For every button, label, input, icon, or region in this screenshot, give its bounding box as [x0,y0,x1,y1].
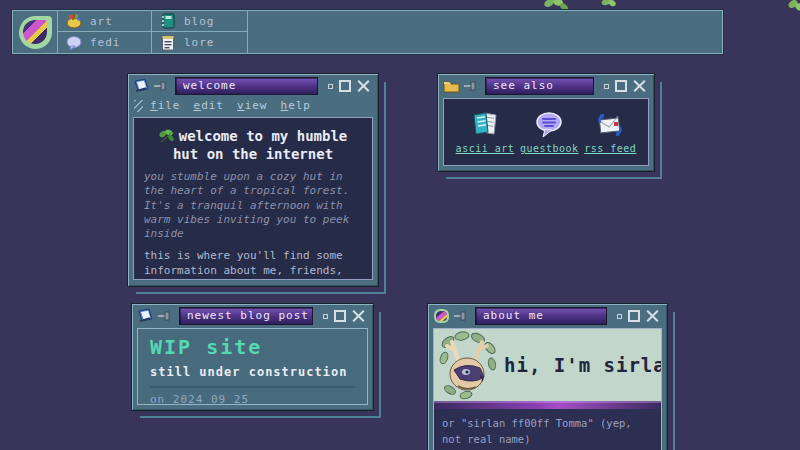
nav-item-blog[interactable]: blog [152,11,248,32]
window-controls [614,310,662,323]
window-see-also: see also ascii art guestboo [437,73,655,172]
blog-post-subtitle: still under construction [150,365,355,379]
titlebar[interactable]: see also [438,74,654,98]
menu-file[interactable]: file [150,99,181,112]
about-banner: hi, I'm sirlan [434,329,661,401]
gradient-divider [434,401,661,409]
minimize-button[interactable] [617,314,622,319]
link-rss-feed[interactable]: rss feed [584,110,636,154]
site-logo[interactable] [13,11,58,53]
link-ascii-art[interactable]: ascii art [456,110,515,154]
maximize-button[interactable] [628,310,640,322]
shortcut-label: guestbook [520,143,579,154]
nav-item-fedi[interactable]: fedi [58,32,152,53]
shortcut-label: ascii art [456,143,515,154]
nav-item-lore[interactable]: lore [152,32,248,53]
about-line-1: or "sirlan ff00ff Tomma" (yep, not real … [442,416,653,448]
folder-icon [443,78,460,94]
nav-item-art[interactable]: art [58,11,152,32]
notebook-icon [160,13,176,29]
pin-icon [158,311,172,321]
blog-post-title[interactable]: WIP site [150,335,355,359]
blog-post-date: on 2024 09 25 [150,393,355,405]
window-welcome: welcome file edit view help welcome to m… [127,73,379,287]
welcome-content: welcome to my humble hut on the internet… [133,117,373,280]
titlebar[interactable]: newest blog post [132,304,373,328]
welcome-heading: welcome to my humble hut on the internet [144,128,362,163]
window-title: welcome [175,77,318,95]
pin-icon [464,81,478,91]
window-blog-post: newest blog post WIP site still under co… [131,303,374,411]
nav-label: art [90,15,113,28]
menu-edit[interactable]: edit [194,99,225,112]
nav-label: fedi [90,36,121,49]
dragon-avatar [436,330,500,400]
leaf-decoration [786,0,800,14]
close-button[interactable] [357,80,370,93]
about-intro: or "sirlan ff00ff Tomma" (yep, not real … [434,409,661,450]
maximize-button[interactable] [615,80,627,92]
minimize-button[interactable] [323,314,328,319]
top-nav-bar: art blog fedi lore [12,10,723,54]
leaf-logo-icon [433,308,450,324]
pin-icon [154,81,168,91]
titlebar[interactable]: welcome [128,74,378,98]
window-title: newest blog post [179,307,313,325]
leaf-logo-icon [19,16,52,49]
nav-label: lore [184,36,215,49]
speech-bubble-icon [66,35,82,51]
window-title: see also [485,77,594,95]
maximize-button[interactable] [334,310,346,322]
mail-feed-icon [595,110,625,140]
window-controls [601,80,649,93]
close-button[interactable] [352,310,365,323]
divider [150,386,355,388]
window-controls [320,310,368,323]
notepad-icon [470,110,500,140]
menu-bar: file edit view help [128,98,378,117]
menu-view[interactable]: view [237,99,268,112]
link-guestbook[interactable]: guestbook [520,110,579,154]
chat-bubble-icon [534,110,564,140]
window-controls [325,80,373,93]
nav-label: blog [184,15,215,28]
leaf-decoration [601,0,617,8]
minimize-button[interactable] [604,84,609,89]
desktop: { "desktop": { "background": "#39345a" }… [0,0,800,450]
window-about-me: about me [427,303,668,450]
close-button[interactable] [646,310,659,323]
shortcut-label: rss feed [584,143,636,154]
welcome-heading-text: welcome to my humble hut on the internet [173,128,347,162]
document-icon [160,35,176,51]
welcome-body-text: this is where you'll find some informati… [144,249,362,280]
about-heading: hi, I'm sirlan [504,354,661,376]
titlebar[interactable]: about me [428,304,667,328]
about-content: hi, I'm sirlan or "sirlan ff00ff Tomma" … [433,328,662,450]
blog-post-content: WIP site still under construction on 202… [137,328,368,405]
close-button[interactable] [633,80,646,93]
nav-links: art blog fedi lore [58,11,248,53]
window-title: about me [475,307,607,325]
welcome-flavor-text: you stumble upon a cozy hut in the heart… [144,170,362,241]
maximize-button[interactable] [339,80,351,92]
notepad-window-icon [137,308,154,324]
minimize-button[interactable] [328,84,333,89]
see-also-content: ascii art guestbook rss feed [443,98,649,166]
menu-help[interactable]: help [281,99,312,112]
leaf-sprig-icon [159,129,175,143]
palette-icon [66,13,82,29]
notepad-window-icon [133,78,150,94]
pin-icon [454,311,468,321]
